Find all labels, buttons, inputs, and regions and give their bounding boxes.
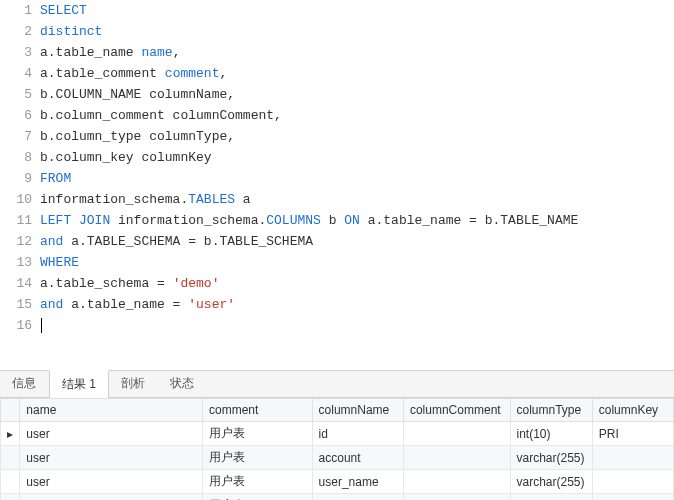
cell-columntype[interactable]: int(10) xyxy=(510,422,592,446)
results-grid-body: ▸user用户表idint(10)PRIuser用户表accountvarcha… xyxy=(1,422,674,501)
tab-status[interactable]: 状态 xyxy=(158,371,207,397)
token-text: , xyxy=(173,45,181,60)
cell-columntype[interactable]: varchar(255) xyxy=(510,446,592,470)
cell-columnname[interactable]: id xyxy=(312,422,403,446)
token-string: 'demo' xyxy=(173,276,220,291)
row-marker xyxy=(1,494,20,501)
table-row[interactable]: user用户表user_urlvarchar(255) xyxy=(1,494,674,501)
cell-columnkey[interactable]: PRI xyxy=(592,422,673,446)
grid-header-columntype[interactable]: columnType xyxy=(510,399,592,422)
token-text: a.table_name = b.TABLE_NAME xyxy=(360,213,578,228)
token-text: a.table_name xyxy=(40,45,141,60)
token-keyword: and xyxy=(40,297,63,312)
line-number: 3 xyxy=(0,42,32,63)
grid-header-columncomment[interactable]: columnComment xyxy=(403,399,510,422)
results-grid[interactable]: name comment columnName columnComment co… xyxy=(0,398,674,500)
token-text: information_schema. xyxy=(40,192,188,207)
token-alias: name xyxy=(141,45,172,60)
grid-header-columnkey[interactable]: columnKey xyxy=(592,399,673,422)
cell-columntype[interactable]: varchar(255) xyxy=(510,470,592,494)
line-number: 9 xyxy=(0,168,32,189)
cell-comment[interactable]: 用户表 xyxy=(202,422,312,446)
cell-columnkey[interactable] xyxy=(592,446,673,470)
cell-columntype[interactable]: varchar(255) xyxy=(510,494,592,501)
cell-comment[interactable]: 用户表 xyxy=(202,494,312,501)
token-table: COLUMNS xyxy=(266,213,321,228)
token-text: a.table_schema = xyxy=(40,276,173,291)
line-number: 11 xyxy=(0,210,32,231)
token-keyword: FROM xyxy=(40,171,71,186)
token-text: a.TABLE_SCHEMA = b.TABLE_SCHEMA xyxy=(63,234,313,249)
grid-row-marker-header xyxy=(1,399,20,422)
line-gutter: 12345678910111213141516 xyxy=(0,0,40,365)
line-number: 7 xyxy=(0,126,32,147)
cell-columncomment[interactable] xyxy=(403,494,510,501)
cell-name[interactable]: user xyxy=(20,494,203,501)
cell-columncomment[interactable] xyxy=(403,470,510,494)
token-keyword: WHERE xyxy=(40,255,79,270)
token-alias: comment xyxy=(165,66,220,81)
cell-columncomment[interactable] xyxy=(403,446,510,470)
line-number: 15 xyxy=(0,294,32,315)
grid-header-name[interactable]: name xyxy=(20,399,203,422)
code-content[interactable]: SELECT distinct a.table_name name, a.tab… xyxy=(40,0,674,365)
line-number: 10 xyxy=(0,189,32,210)
tab-info[interactable]: 信息 xyxy=(0,371,49,397)
token-keyword: ON xyxy=(344,213,360,228)
line-number: 5 xyxy=(0,84,32,105)
results-tabs: 信息 结果 1 剖析 状态 xyxy=(0,370,674,398)
line-number: 13 xyxy=(0,252,32,273)
cell-comment[interactable]: 用户表 xyxy=(202,446,312,470)
results-panel: 信息 结果 1 剖析 状态 name comment columnName co… xyxy=(0,370,674,500)
token-text: a xyxy=(235,192,251,207)
token-text: b.column_key columnKey xyxy=(40,150,212,165)
token-text: b.column_comment columnComment, xyxy=(40,108,282,123)
line-number: 14 xyxy=(0,273,32,294)
token-text: a.table_comment xyxy=(40,66,165,81)
line-number: 2 xyxy=(0,21,32,42)
token-keyword: LEFT JOIN xyxy=(40,213,110,228)
line-number: 8 xyxy=(0,147,32,168)
cell-comment[interactable]: 用户表 xyxy=(202,470,312,494)
token-text: b.COLUMN_NAME columnName, xyxy=(40,87,235,102)
cell-name[interactable]: user xyxy=(20,470,203,494)
line-number: 6 xyxy=(0,105,32,126)
token-text: b xyxy=(321,213,344,228)
sql-editor[interactable]: 12345678910111213141516 SELECT distinct … xyxy=(0,0,674,365)
token-text: , xyxy=(219,66,227,81)
table-row[interactable]: ▸user用户表idint(10)PRI xyxy=(1,422,674,446)
token-table: TABLES xyxy=(188,192,235,207)
token-text: b.column_type columnType, xyxy=(40,129,235,144)
cell-columnname[interactable]: user_url xyxy=(312,494,403,501)
grid-header-comment[interactable]: comment xyxy=(202,399,312,422)
text-caret xyxy=(41,318,42,333)
cell-columnname[interactable]: user_name xyxy=(312,470,403,494)
table-row[interactable]: user用户表accountvarchar(255) xyxy=(1,446,674,470)
token-keyword: SELECT xyxy=(40,3,87,18)
table-row[interactable]: user用户表user_namevarchar(255) xyxy=(1,470,674,494)
tab-profile[interactable]: 剖析 xyxy=(109,371,158,397)
cell-name[interactable]: user xyxy=(20,422,203,446)
cell-columnkey[interactable] xyxy=(592,494,673,501)
cell-columnname[interactable]: account xyxy=(312,446,403,470)
row-marker xyxy=(1,470,20,494)
token-text: information_schema. xyxy=(110,213,266,228)
token-keyword: distinct xyxy=(40,24,102,39)
cell-columnkey[interactable] xyxy=(592,470,673,494)
line-number: 4 xyxy=(0,63,32,84)
token-text: a.table_name = xyxy=(63,297,188,312)
row-marker: ▸ xyxy=(1,422,20,446)
line-number: 16 xyxy=(0,315,32,336)
tab-result1[interactable]: 结果 1 xyxy=(49,370,109,398)
token-keyword: and xyxy=(40,234,63,249)
line-number: 1 xyxy=(0,0,32,21)
row-marker xyxy=(1,446,20,470)
cell-columncomment[interactable] xyxy=(403,422,510,446)
line-number: 12 xyxy=(0,231,32,252)
token-string: 'user' xyxy=(188,297,235,312)
grid-header-columnname[interactable]: columnName xyxy=(312,399,403,422)
cell-name[interactable]: user xyxy=(20,446,203,470)
